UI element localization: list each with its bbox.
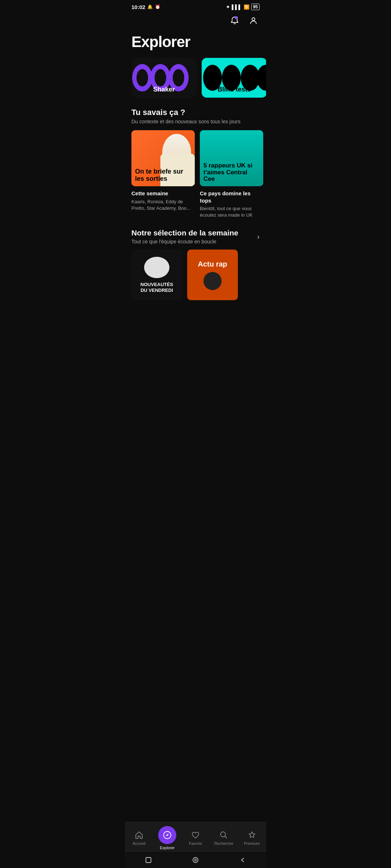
playlist-thumb-2: Actu rap bbox=[187, 250, 238, 300]
svg-point-11 bbox=[257, 65, 266, 91]
svg-point-1 bbox=[252, 18, 255, 21]
playlist-card-2[interactable]: Actu rap bbox=[187, 250, 238, 303]
category-card-shaker[interactable]: Shaker bbox=[131, 58, 197, 98]
playlist-thumb-1: NOUVEAUTÉS DU VENDREDI bbox=[131, 250, 182, 300]
article-title-2: Ce pays domine les tops bbox=[200, 190, 263, 204]
bluetooth-icon: ✦ bbox=[226, 4, 230, 10]
section-selection-subtitle: Tout ce que l'équipe écoute en boucle bbox=[131, 239, 238, 244]
section-tsa-header: Tu savais ça ? Du contexte et des nouvea… bbox=[125, 98, 266, 127]
svg-point-5 bbox=[155, 69, 166, 86]
main-content: Explorer Shaker Bl bbox=[125, 30, 266, 354]
playlist-card-1[interactable]: NOUVEAUTÉS DU VENDREDI bbox=[131, 250, 182, 303]
alarm-icon: ⏰ bbox=[155, 4, 160, 9]
category-card-blind-tests[interactable]: Blind tests bbox=[202, 58, 266, 98]
playlist-2-label: Actu rap bbox=[198, 260, 227, 268]
playlists-row: NOUVEAUTÉS DU VENDREDI Actu rap bbox=[125, 247, 266, 303]
article-thumb-text-1: On te briefe sur les sorties bbox=[135, 168, 191, 183]
svg-point-7 bbox=[173, 69, 184, 86]
top-icons bbox=[125, 12, 266, 30]
article-thumb-1: On te briefe sur les sorties bbox=[131, 130, 195, 186]
section-selection-header: Notre sélection de la semaine Tout ce qu… bbox=[125, 218, 266, 247]
category-cards-row: Shaker Blind tests bbox=[125, 58, 266, 98]
status-bar: 10:02 🔔 ⏰ ✦ ▌▌▌ 🛜 95 bbox=[125, 0, 266, 12]
svg-point-3 bbox=[136, 69, 148, 86]
article-thumb-text-2: 5 rappeurs UK si t'aimes Central Cee bbox=[203, 162, 260, 183]
article-desc-2: Bientôt, tout ce que vous écoutez sera m… bbox=[200, 205, 263, 218]
category-blind-tests-label: Blind tests bbox=[218, 86, 251, 93]
section-selection-chevron[interactable]: › bbox=[257, 233, 260, 241]
article-card-1[interactable]: On te briefe sur les sorties Cette semai… bbox=[131, 130, 195, 218]
article-title-1: Cette semaine bbox=[131, 190, 195, 197]
article-desc-1: Kaaris, Ronisia, Eddy de Pretto, Star Ac… bbox=[131, 199, 195, 212]
svg-point-0 bbox=[235, 16, 238, 19]
playlist-thumb-3 bbox=[243, 250, 266, 300]
section-tsa-title: Tu savais ça ? bbox=[131, 108, 260, 117]
section-tsa-subtitle: Du contexte et des nouveaux sons tous le… bbox=[131, 119, 260, 124]
section-selection-text: Notre sélection de la semaine Tout ce qu… bbox=[131, 229, 238, 244]
battery-indicator: 95 bbox=[251, 4, 260, 10]
status-left: 10:02 🔔 ⏰ bbox=[131, 4, 160, 10]
profile-button[interactable] bbox=[247, 14, 260, 27]
wifi-icon: 🛜 bbox=[244, 4, 249, 10]
playlist-card-3[interactable] bbox=[243, 250, 266, 303]
status-right: ✦ ▌▌▌ 🛜 95 bbox=[226, 4, 260, 10]
page-title: Explorer bbox=[125, 30, 266, 58]
article-card-2[interactable]: 5 rappeurs UK si t'aimes Central Cee Ce … bbox=[200, 130, 263, 218]
mute-icon: 🔔 bbox=[147, 4, 153, 9]
playlist-1-label: NOUVEAUTÉS DU VENDREDI bbox=[139, 282, 175, 293]
status-time: 10:02 bbox=[131, 4, 145, 10]
article-thumb-2: 5 rappeurs UK si t'aimes Central Cee bbox=[200, 130, 263, 186]
notification-button[interactable] bbox=[228, 14, 241, 27]
section-selection-title: Notre sélection de la semaine bbox=[131, 229, 238, 237]
articles-row: On te briefe sur les sorties Cette semai… bbox=[125, 127, 266, 218]
category-shaker-label: Shaker bbox=[153, 86, 175, 93]
signal-icon: ▌▌▌ bbox=[232, 4, 242, 10]
